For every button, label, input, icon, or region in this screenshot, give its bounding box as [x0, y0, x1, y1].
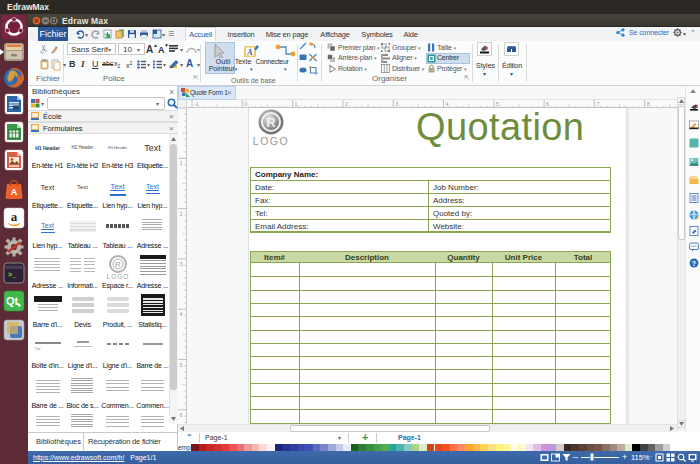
svg-text:Qt: Qt [6, 295, 19, 307]
svg-text:A: A [246, 48, 253, 57]
svg-text:4: 4 [180, 311, 183, 317]
svg-text:6: 6 [180, 412, 183, 418]
svg-text:2: 2 [180, 211, 183, 217]
svg-text:-1: -1 [194, 101, 199, 107]
svg-text:R: R [266, 115, 276, 130]
svg-text:3: 3 [180, 261, 183, 267]
svg-text:1: 1 [180, 160, 183, 166]
svg-text:A: A [11, 187, 18, 197]
svg-text:5: 5 [180, 362, 183, 368]
svg-text:1: 1 [295, 101, 298, 107]
svg-text:LOGO: LOGO [106, 273, 129, 280]
svg-text:a: a [11, 209, 18, 224]
svg-text:8: 8 [647, 101, 650, 107]
svg-text:3: 3 [395, 101, 398, 107]
svg-text:LOGO: LOGO [253, 135, 289, 147]
svg-text:0: 0 [244, 101, 247, 107]
svg-text:?: ? [692, 260, 696, 267]
svg-text:2: 2 [345, 101, 348, 107]
svg-text:>_: >_ [8, 271, 17, 279]
svg-text:7: 7 [596, 101, 599, 107]
svg-text:R: R [115, 260, 121, 269]
